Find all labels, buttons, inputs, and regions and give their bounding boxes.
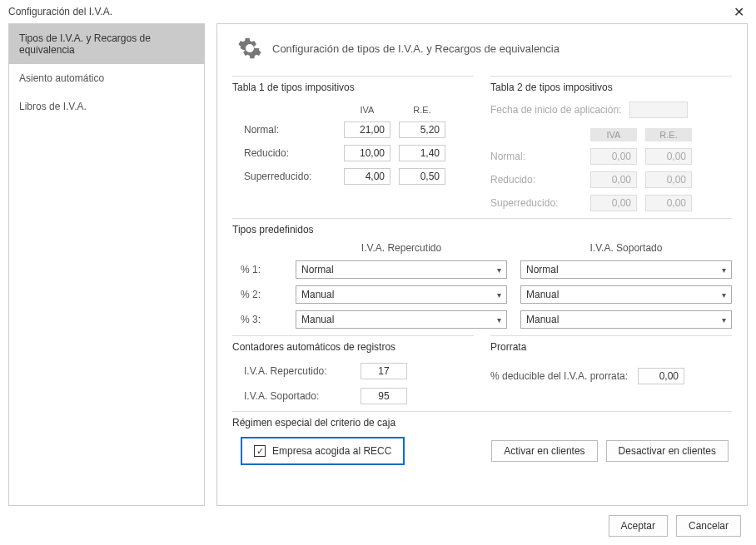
tabla2-reducido-iva [590, 171, 637, 188]
main-panel: Configuración de tipos de I.V.A. y Recar… [216, 23, 748, 506]
predef-head-rep: I.V.A. Repercutido [296, 242, 507, 254]
window-title: Configuración del I.V.A. [8, 6, 112, 17]
sidebar-item-tipos-iva[interactable]: Tipos de I.V.A. y Recargos de equivalenc… [9, 24, 204, 64]
predef-row1-sop-select[interactable]: Normal▾ [520, 260, 732, 279]
cont-rep-input[interactable] [361, 363, 407, 379]
predefinidos-panel: Tipos predefinidos I.V.A. Repercutido I.… [232, 218, 732, 329]
accept-button[interactable]: Aceptar [609, 515, 668, 537]
activar-clientes-button[interactable]: Activar en clientes [491, 440, 597, 462]
dialog-footer: Aceptar Cancelar [609, 515, 741, 537]
cont-rep-label: I.V.A. Repercutido: [244, 365, 352, 377]
tabla1-title: Tabla 1 de tipos impositivos [232, 82, 474, 93]
content: Tipos de I.V.A. y Recargos de equivalenc… [0, 23, 756, 506]
tabla2-title: Tabla 2 de tipos impositivos [490, 82, 732, 93]
recc-checkbox-container[interactable]: ✓ Empresa acogida al RECC [241, 437, 405, 465]
chevron-down-icon: ▾ [722, 290, 726, 300]
chevron-down-icon: ▾ [497, 315, 501, 325]
chevron-down-icon: ▾ [722, 265, 726, 275]
tabla2-normal-iva [590, 148, 637, 165]
sidebar-item-libros[interactable]: Libros de I.V.A. [9, 92, 204, 121]
tabla2-normal-label: Normal: [490, 151, 582, 162]
counters-row: Contadores automáticos de registros I.V.… [232, 334, 732, 404]
tabla2-reducido-re [645, 171, 692, 188]
chevron-down-icon: ▾ [497, 290, 501, 300]
prorrata-input[interactable] [638, 368, 684, 384]
cancel-button[interactable]: Cancelar [676, 515, 741, 537]
contadores-title: Contadores automáticos de registros [232, 341, 474, 353]
tabla2-panel: Tabla 2 de tipos impositivos Fecha de in… [490, 76, 732, 211]
predef-row3-sop-select[interactable]: Manual▾ [520, 310, 732, 329]
predef-row3-rep-select[interactable]: Manual▾ [296, 310, 507, 329]
predef-row2-rep-select[interactable]: Manual▾ [296, 285, 507, 304]
tabla1-reducido-label: Reducido: [244, 147, 336, 159]
tabla1-normal-label: Normal: [244, 124, 336, 136]
iva-config-window: Configuración del I.V.A. ✕ Tipos de I.V.… [0, 0, 756, 545]
tabla1-reducido-iva[interactable] [344, 145, 390, 161]
tabla2-super-iva [590, 195, 637, 211]
predef-row1-label: % 1: [241, 264, 282, 275]
tabla2-date-input [629, 102, 688, 118]
predef-row1-rep-select[interactable]: Normal▾ [296, 260, 507, 279]
contadores-panel: Contadores automáticos de registros I.V.… [232, 335, 474, 404]
prorrata-label: % deducible del I.V.A. prorrata: [490, 370, 628, 382]
predef-row2-sop-select[interactable]: Manual▾ [520, 285, 732, 304]
tabla2-head-iva: IVA [590, 128, 637, 141]
tabla1-super-iva[interactable] [344, 168, 390, 185]
sidebar: Tipos de I.V.A. y Recargos de equivalenc… [8, 23, 205, 506]
tabla1-normal-iva[interactable] [344, 121, 390, 138]
recc-checkbox[interactable]: ✓ [254, 445, 266, 457]
tabla1-panel: Tabla 1 de tipos impositivos IVA R.E. No… [232, 76, 474, 211]
prorrata-panel: Prorrata % deducible del I.V.A. prorrata… [490, 335, 732, 404]
main-title: Configuración de tipos de I.V.A. y Recar… [272, 42, 560, 55]
tabla2-super-label: Superreducido: [490, 197, 582, 209]
recc-buttons: Activar en clientes Desactivar en client… [491, 440, 729, 462]
tabla2-reducido-label: Reducido: [490, 174, 582, 186]
close-icon[interactable]: ✕ [729, 4, 749, 20]
chevron-down-icon: ▾ [497, 265, 501, 275]
titlebar: Configuración del I.V.A. ✕ [0, 0, 756, 23]
predef-head-sop: I.V.A. Soportado [520, 242, 732, 254]
chevron-down-icon: ▾ [722, 315, 726, 325]
tabla2-head-re: R.E. [645, 128, 692, 141]
tabla1-normal-re[interactable] [399, 121, 445, 138]
tabla1-head-re: R.E. [399, 105, 445, 115]
predef-row2-label: % 2: [241, 289, 282, 300]
recc-title: Régimen especial del criterio de caja [232, 417, 732, 429]
main-header: Configuración de tipos de I.V.A. y Recar… [232, 36, 732, 61]
tabla1-super-re[interactable] [399, 168, 445, 185]
cont-sop-label: I.V.A. Soportado: [244, 390, 352, 402]
gear-icon [237, 36, 262, 61]
predef-title: Tipos predefinidos [232, 224, 732, 235]
recc-panel: Régimen especial del criterio de caja ✓ … [232, 411, 732, 465]
prorrata-title: Prorrata [490, 341, 732, 353]
tablas-row: Tabla 1 de tipos impositivos IVA R.E. No… [232, 74, 732, 211]
cont-sop-input[interactable] [361, 388, 407, 404]
tabla1-super-label: Superreducido: [244, 171, 336, 182]
tabla1-reducido-re[interactable] [399, 145, 445, 161]
recc-check-label: Empresa acogida al RECC [272, 445, 391, 457]
tabla2-normal-re [645, 148, 692, 165]
tabla2-super-re [645, 195, 692, 211]
sidebar-item-asiento[interactable]: Asiento automático [9, 64, 204, 92]
tabla1-head-iva: IVA [344, 105, 390, 115]
predef-row3-label: % 3: [241, 314, 282, 325]
tabla2-date-label: Fecha de inicio de aplicación: [490, 104, 621, 116]
desactivar-clientes-button[interactable]: Desactivar en clientes [606, 440, 729, 462]
